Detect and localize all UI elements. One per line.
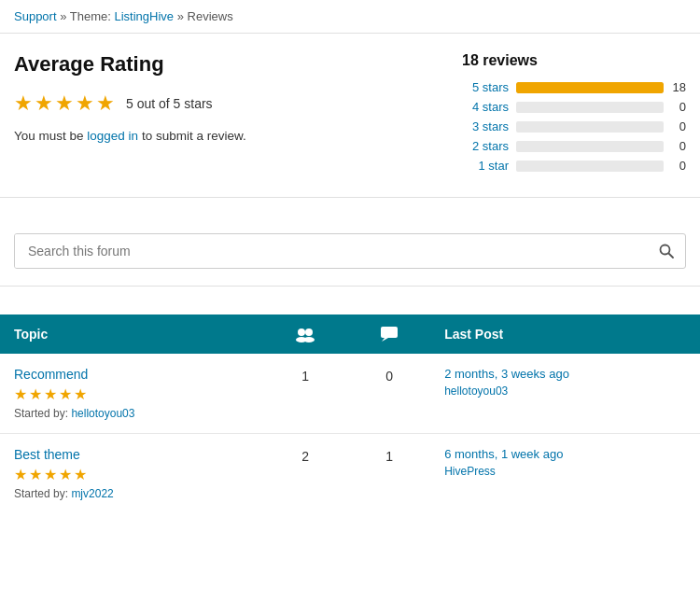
star-3: ★ [55,91,74,116]
breadcrumb-sep1: » [60,9,66,23]
breadcrumb: Support » Theme: ListingHive » Reviews [0,0,700,34]
search-icon [659,244,674,259]
topic-author-link[interactable]: hellotoyou03 [71,407,134,420]
average-rating-title: Average Rating [14,52,443,77]
rating-bar-row: 4 stars 0 [462,100,686,114]
breadcrumb-support-link[interactable]: Support [14,9,57,23]
rating-bar-row: 1 star 0 [462,159,686,173]
login-suffix: to submit a review. [138,129,246,143]
rating-bar-label[interactable]: 3 stars [462,119,509,133]
stars-display: ★ ★ ★ ★ ★ 5 out of 5 stars [14,91,443,116]
topic-cell: Recommend ★★★★★ Started by: hellotoyou03 [0,354,262,434]
svg-point-3 [305,328,313,336]
rating-bar-label[interactable]: 5 stars [462,80,509,94]
topic-stars: ★★★★★ [14,466,248,483]
started-by-label: Started by: [14,487,68,500]
topic-star: ★ [29,385,42,403]
svg-rect-6 [381,327,398,338]
rating-bar-label[interactable]: 4 stars [462,100,509,114]
star-1: ★ [14,91,33,116]
topic-stars: ★★★★★ [14,385,248,403]
started-by: Started by: mjv2022 [14,487,248,500]
login-link[interactable]: logged in [87,129,138,143]
rating-bar-label[interactable]: 1 star [462,159,509,173]
topic-cell: Best theme ★★★★★ Started by: mjv2022 [0,434,262,514]
rating-bar-row: 5 stars 18 [462,80,686,94]
table-header-row: Topic La [0,314,700,354]
breadcrumb-theme-label: Theme: [70,9,111,23]
rating-bar-row: 3 stars 0 [462,119,686,133]
login-prefix: You must be [14,129,87,143]
topic-star: ★ [74,385,87,403]
replies-icon [380,326,399,342]
left-panel: Average Rating ★ ★ ★ ★ ★ 5 out of 5 star… [14,52,443,178]
search-input[interactable] [15,234,648,268]
topic-title[interactable]: Recommend [14,367,248,382]
star-2: ★ [35,91,53,116]
replies-count-cell: 0 [348,354,430,434]
topic-star: ★ [59,466,72,483]
bar-container [516,82,664,93]
bar-container [516,102,664,113]
voices-count-cell: 2 [262,434,348,514]
rating-bar-row: 2 stars 0 [462,139,686,153]
topic-star: ★ [44,466,57,483]
table-row: Recommend ★★★★★ Started by: hellotoyou03… [0,354,700,434]
bar-count: 0 [671,100,686,114]
rating-bar-label[interactable]: 2 stars [462,139,509,153]
search-button[interactable] [648,236,685,266]
topic-star: ★ [14,385,27,403]
forum-table: Topic La [0,314,700,513]
right-panel: 18 reviews 5 stars 18 4 stars 0 3 stars … [462,52,686,178]
star-5: ★ [96,91,115,116]
started-by: Started by: hellotoyou03 [14,407,248,420]
rating-bars: 5 stars 18 4 stars 0 3 stars 0 2 stars 0… [462,80,686,173]
replies-count-cell: 1 [348,434,430,514]
topic-star: ★ [44,385,57,403]
topic-title[interactable]: Best theme [14,447,248,462]
topic-star: ★ [74,466,87,483]
bar-count: 0 [671,159,686,173]
last-post-time-link[interactable]: 6 months, 1 week ago [444,447,686,461]
bar-count: 0 [671,139,686,153]
last-post-author-link[interactable]: hellotoyou03 [444,384,508,398]
col-topic: Topic [0,314,262,354]
last-post-cell: 6 months, 1 week ago HivePress [430,434,700,514]
svg-line-1 [669,254,674,259]
star-4: ★ [76,91,94,116]
last-post-cell: 2 months, 3 weeks ago hellotoyou03 [430,354,700,434]
search-section [0,217,700,287]
col-voices [262,314,348,354]
breadcrumb-current: Reviews [188,9,233,23]
login-notice: You must be logged in to submit a review… [14,129,443,143]
score-text: 5 out of 5 stars [126,96,213,111]
topic-star: ★ [59,385,72,403]
svg-point-5 [303,337,315,342]
started-by-label: Started by: [14,407,68,420]
topic-author-link[interactable]: mjv2022 [71,487,113,500]
table-row: Best theme ★★★★★ Started by: mjv2022 2 1… [0,434,700,514]
breadcrumb-theme-link[interactable]: ListingHive [115,9,175,23]
bar-fill [516,82,664,93]
breadcrumb-sep2: » [177,9,184,23]
svg-marker-7 [382,338,388,342]
stars-group: ★ ★ ★ ★ ★ [14,91,115,116]
last-post-time-link[interactable]: 2 months, 3 weeks ago [444,367,686,381]
topic-star: ★ [29,466,42,483]
svg-point-2 [298,328,305,336]
bar-count: 18 [671,80,686,94]
col-last-post: Last Post [430,314,700,354]
voices-count-cell: 1 [262,354,348,434]
last-post-author-link[interactable]: HivePress [444,465,496,478]
col-replies [348,314,430,354]
bar-count: 0 [671,119,686,133]
bar-container [516,121,664,133]
bar-container [516,141,664,152]
average-rating-section: Average Rating ★ ★ ★ ★ ★ 5 out of 5 star… [0,34,700,198]
bar-container [516,161,664,172]
search-box [14,233,686,269]
forum-tbody: Recommend ★★★★★ Started by: hellotoyou03… [0,354,700,513]
voices-icon [295,326,315,342]
reviews-count: 18 reviews [462,52,686,69]
topic-star: ★ [14,466,27,483]
